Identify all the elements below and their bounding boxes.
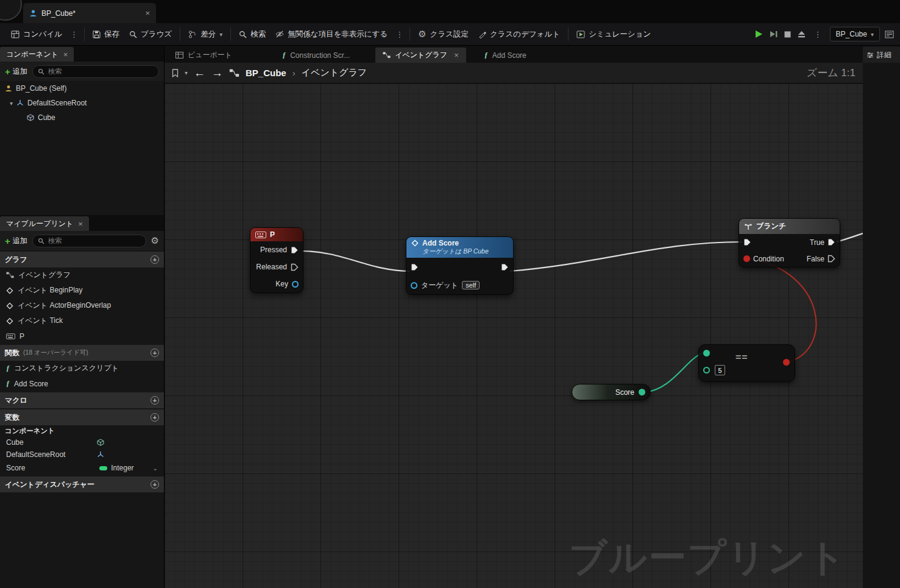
- find-button[interactable]: 検索: [234, 25, 271, 43]
- score-output-pin[interactable]: [639, 389, 645, 395]
- compile-options-button[interactable]: ⋮: [67, 30, 81, 39]
- variable-item-cube[interactable]: Cube: [0, 436, 164, 448]
- exec-pin-pressed[interactable]: [291, 246, 299, 254]
- breadcrumb-root[interactable]: BP_Cube: [246, 68, 286, 78]
- function-item-construction-script[interactable]: ƒ コンストラクションスクリプト: [0, 361, 164, 376]
- variable-group-components[interactable]: コンポーネント: [0, 425, 164, 436]
- section-event-dispatchers[interactable]: イベントディスパッチャー +: [0, 476, 164, 492]
- graph-item-beginplay[interactable]: イベント BeginPlay: [0, 283, 164, 298]
- node-keyboard-event-p[interactable]: P Pressed Released Key: [250, 227, 303, 293]
- add-graph-button[interactable]: +: [151, 255, 159, 264]
- components-search[interactable]: [32, 65, 159, 78]
- component-tree-item-self[interactable]: BP_Cube (Self): [0, 81, 164, 96]
- components-search-input[interactable]: [48, 68, 154, 75]
- add-variable-button[interactable]: +: [151, 413, 159, 422]
- simulation-icon: [576, 30, 585, 38]
- chevron-down-icon[interactable]: ▾: [185, 69, 188, 76]
- section-graphs[interactable]: グラフ +: [0, 252, 164, 267]
- function-item-add-score[interactable]: ƒ Add Score: [0, 376, 164, 391]
- stop-button[interactable]: [783, 30, 792, 39]
- node-keyboard-event-header[interactable]: P: [250, 228, 303, 241]
- tab-details[interactable]: 詳細: [863, 47, 900, 63]
- node-get-score[interactable]: Score: [572, 384, 651, 400]
- exec-in-pin[interactable]: [743, 238, 751, 246]
- close-icon[interactable]: ×: [78, 219, 83, 228]
- add-macro-button[interactable]: +: [151, 396, 159, 405]
- node-equals[interactable]: == 5: [698, 344, 795, 382]
- add-component-button[interactable]: + 追加: [5, 66, 27, 77]
- component-tree-item-scene-root[interactable]: ▾ DefaultSceneRoot: [0, 96, 164, 110]
- tab-construction-script[interactable]: ƒ Construction Scr...: [275, 48, 357, 63]
- graph-item-tick[interactable]: イベント Tick: [0, 313, 164, 328]
- false-exec-pin[interactable]: [827, 255, 835, 263]
- node-branch-header[interactable]: ブランチ: [739, 219, 840, 234]
- condition-pin[interactable]: [743, 255, 750, 262]
- section-functions[interactable]: 関数 (18 オーバーライド可) +: [0, 345, 164, 361]
- class-settings-button[interactable]: ⚙ クラス設定: [413, 25, 473, 43]
- chevron-down-icon[interactable]: ⌄: [153, 465, 158, 472]
- equals-input-a-pin[interactable]: [703, 350, 710, 356]
- add-function-button[interactable]: +: [151, 349, 159, 357]
- forward-arrow-button[interactable]: →: [211, 66, 223, 80]
- target-self-tag[interactable]: self: [462, 281, 480, 289]
- hide-unrelated-button[interactable]: 無関係な項目を非表示にする: [271, 25, 392, 43]
- gear-icon[interactable]: ⚙: [151, 235, 159, 246]
- my-blueprint-search-input[interactable]: [48, 237, 141, 244]
- close-icon[interactable]: ×: [145, 9, 150, 18]
- add-blueprint-item-button[interactable]: + 追加: [5, 236, 27, 246]
- add-dispatcher-button[interactable]: +: [151, 480, 159, 489]
- unreal-logo[interactable]: [0, 0, 22, 21]
- equals-output-pin[interactable]: [783, 359, 790, 366]
- asset-tab-bp-cube[interactable]: BP_Cube* ×: [23, 3, 156, 23]
- compile-button[interactable]: コンパイル: [6, 25, 67, 43]
- eject-button[interactable]: [797, 30, 806, 39]
- close-icon[interactable]: ×: [454, 51, 459, 60]
- diff-button[interactable]: 差分 ▾: [183, 25, 227, 43]
- tab-event-graph[interactable]: イベントグラフ ×: [375, 48, 466, 63]
- node-add-score-header[interactable]: Add Score ターゲットは BP Cube: [406, 237, 513, 258]
- true-exec-pin[interactable]: [827, 238, 835, 246]
- exec-in-pin[interactable]: [411, 263, 419, 271]
- graph-canvas[interactable]: P Pressed Released Key: [165, 83, 863, 588]
- component-tree-item-cube[interactable]: Cube: [0, 110, 164, 125]
- debug-object-dropdown[interactable]: BP_Cube ▾: [830, 27, 880, 41]
- class-defaults-button[interactable]: クラスのデフォルト: [473, 25, 565, 43]
- tab-viewport[interactable]: ビューポート: [168, 48, 239, 63]
- play-options-button[interactable]: ⋮: [811, 30, 825, 39]
- debug-filter-icon[interactable]: [885, 30, 894, 38]
- section-macros[interactable]: マクロ +: [0, 392, 164, 408]
- variable-item-scene-root[interactable]: DefaultSceneRoot: [0, 448, 164, 461]
- breadcrumb-current[interactable]: イベントグラフ: [302, 67, 367, 79]
- graph-item-event-graph[interactable]: イベントグラフ: [0, 267, 164, 283]
- exec-out-pin[interactable]: [501, 263, 509, 271]
- play-button[interactable]: [754, 29, 764, 39]
- node-branch[interactable]: ブランチ True Conditio: [739, 218, 840, 267]
- key-output-pin[interactable]: [292, 281, 299, 288]
- variable-item-score[interactable]: Score Integer ⌄: [0, 461, 164, 475]
- wire-score-to-equals[interactable]: [645, 353, 703, 392]
- tab-my-blueprint[interactable]: マイブループリント ×: [0, 216, 89, 231]
- debug-object-label: BP_Cube: [836, 30, 867, 38]
- frame-skip-button[interactable]: [768, 29, 778, 39]
- wire-pressed-to-addscore[interactable]: [302, 251, 409, 271]
- tab-add-score[interactable]: ƒ Add Score: [477, 48, 534, 63]
- tab-components[interactable]: コンポーネント ×: [0, 47, 74, 62]
- equals-input-b-value[interactable]: 5: [715, 365, 725, 375]
- bookmark-icon[interactable]: [172, 69, 179, 77]
- wire-addscore-to-branch[interactable]: [510, 242, 742, 271]
- node-add-score[interactable]: Add Score ターゲットは BP Cube ターゲット self: [406, 236, 514, 295]
- equals-input-b-pin[interactable]: [703, 367, 710, 374]
- save-button[interactable]: 保存: [88, 25, 124, 43]
- browse-button[interactable]: ブラウズ: [124, 25, 177, 43]
- hide-unrelated-options-button[interactable]: ⋮: [392, 30, 406, 39]
- back-arrow-button[interactable]: ←: [194, 66, 205, 80]
- target-pin[interactable]: [411, 282, 417, 289]
- section-variables[interactable]: 変数 +: [0, 409, 164, 425]
- close-icon[interactable]: ×: [63, 50, 68, 59]
- chevron-down-icon[interactable]: ▾: [10, 100, 13, 107]
- my-blueprint-search[interactable]: [32, 235, 146, 247]
- exec-pin-released[interactable]: [291, 263, 299, 271]
- graph-item-key-p[interactable]: P: [0, 328, 164, 344]
- graph-item-actorbeginoverlap[interactable]: イベント ActorBeginOverlap: [0, 298, 164, 313]
- simulation-button[interactable]: シミュレーション: [572, 25, 656, 43]
